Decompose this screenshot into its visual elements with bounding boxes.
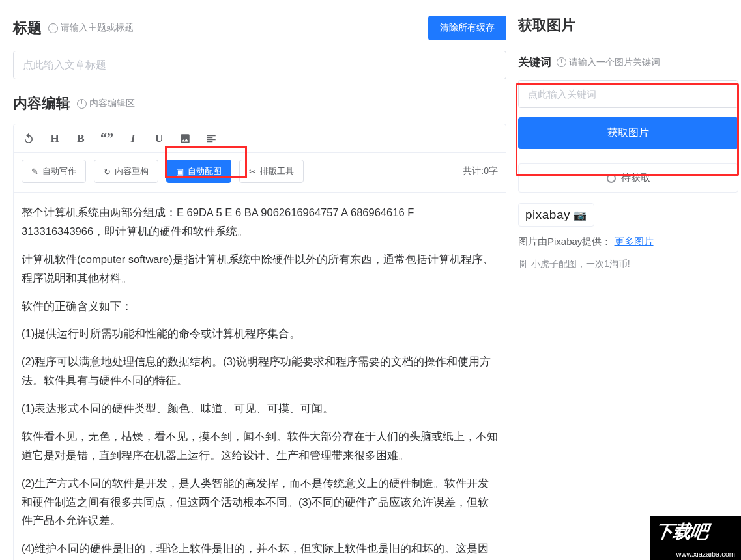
image-icon: ▣ xyxy=(176,167,184,176)
watermark: 下载吧 www.xiazaiba.com xyxy=(650,516,741,560)
sidebar-title: 获取图片 xyxy=(518,16,738,35)
content-section-header: 内容编辑 ! 内容编辑区 xyxy=(13,94,506,113)
editor-box: H B “” I U ✎ 自动写作 ↻ 内容重构 ▣ 自动配 xyxy=(13,124,506,560)
paragraph: 软件的正确含义如下： xyxy=(22,297,498,316)
pencil-icon: ✎ xyxy=(31,167,38,176)
word-count: 共计:0字 xyxy=(463,165,498,177)
paragraph: 整个计算机系统由两部分组成：E 69DA 5 E 6 BA 9062616964… xyxy=(22,203,498,241)
provider-text: 图片由Pixabay提供： 更多图片 xyxy=(518,236,738,248)
info-icon: ! xyxy=(48,23,58,33)
wrench-icon: ✂ xyxy=(249,167,256,176)
more-images-link[interactable]: 更多图片 xyxy=(615,236,654,247)
paragraph: 软件看不见，无色，枯燥，看不见，摸不到，闻不到。软件大部分存在于人们的头脑或纸上… xyxy=(22,427,498,465)
autowrite-button[interactable]: ✎ 自动写作 xyxy=(22,160,86,183)
restructure-button[interactable]: ↻ 内容重构 xyxy=(94,160,158,183)
pixabay-logo: pixabay 📷 xyxy=(518,203,594,227)
clear-cache-button[interactable]: 清除所有缓存 xyxy=(428,16,506,40)
fetch-image-button[interactable]: 获取图片 xyxy=(518,117,738,149)
spinner-icon xyxy=(607,174,616,183)
paragraph: 计算机软件(computer software)是指计算机系统中除硬件以外的所有… xyxy=(22,250,498,288)
image-icon[interactable] xyxy=(178,133,192,145)
camera-icon: 📷 xyxy=(574,209,587,221)
keyword-input[interactable] xyxy=(518,80,738,108)
refresh-icon: ↻ xyxy=(104,167,111,176)
keyword-label: 关键词 xyxy=(518,55,551,70)
wallet-icon: 🗄 xyxy=(518,259,527,270)
content-label: 内容编辑 xyxy=(13,94,70,113)
paragraph: (1)表达形式不同的硬件类型、颜色、味道、可见、可摸、可闻。 xyxy=(22,399,498,418)
bold-icon[interactable]: B xyxy=(74,132,88,145)
paragraph: (2)生产方式不同的软件是开发，是人类智能的高发挥，而不是传统意义上的硬件制造。… xyxy=(22,474,498,531)
keyword-subtitle-row: 关键词 ! 请输入一个图片关键词 xyxy=(518,55,738,70)
keyword-hint: ! 请输入一个图片关键词 xyxy=(557,57,660,68)
undo-icon[interactable] xyxy=(22,133,36,145)
editor-toolbar: H B “” I U xyxy=(14,124,506,153)
paragraph: (4)维护不同的硬件是旧的，理论上软件是旧的，并不坏，但实际上软件也是旧的和坏的… xyxy=(22,539,498,560)
title-hint: ! 请输入主题或标题 xyxy=(48,22,134,34)
info-icon: ! xyxy=(77,99,87,109)
quote-icon[interactable]: “” xyxy=(100,131,114,146)
italic-icon[interactable]: I xyxy=(126,132,140,145)
pending-status: 待获取 xyxy=(518,163,738,193)
editor-action-row: ✎ 自动写作 ↻ 内容重构 ▣ 自动配图 ✂ 排版工具 共计:0字 xyxy=(14,153,506,193)
footer-note: 🗄 小虎子配图，一次1淘币! xyxy=(518,259,630,270)
underline-icon[interactable]: U xyxy=(152,132,166,145)
autoimage-button[interactable]: ▣ 自动配图 xyxy=(166,160,231,183)
watermark-char: 下载吧 xyxy=(653,520,709,544)
title-section-header: 标题 ! 请输入主题或标题 清除所有缓存 xyxy=(13,16,506,40)
content-hint: ! 内容编辑区 xyxy=(77,98,135,109)
paragraph: (1)提供运行时所需功能和性能的命令或计算机程序集合。 xyxy=(22,324,498,343)
paragraph: (2)程序可以满意地处理信息的数据结构。(3)说明程序功能要求和程序需要的文档的… xyxy=(22,352,498,390)
article-title-input[interactable] xyxy=(13,51,506,79)
editor-content[interactable]: 整个计算机系统由两部分组成：E 69DA 5 E 6 BA 9062616964… xyxy=(14,193,506,560)
watermark-url: www.xiazaiba.com xyxy=(675,550,737,559)
info-icon: ! xyxy=(557,57,566,67)
heading-icon[interactable]: H xyxy=(48,132,62,145)
title-label: 标题 xyxy=(13,18,42,38)
align-icon[interactable] xyxy=(204,133,218,145)
layout-button[interactable]: ✂ 排版工具 xyxy=(239,160,304,183)
